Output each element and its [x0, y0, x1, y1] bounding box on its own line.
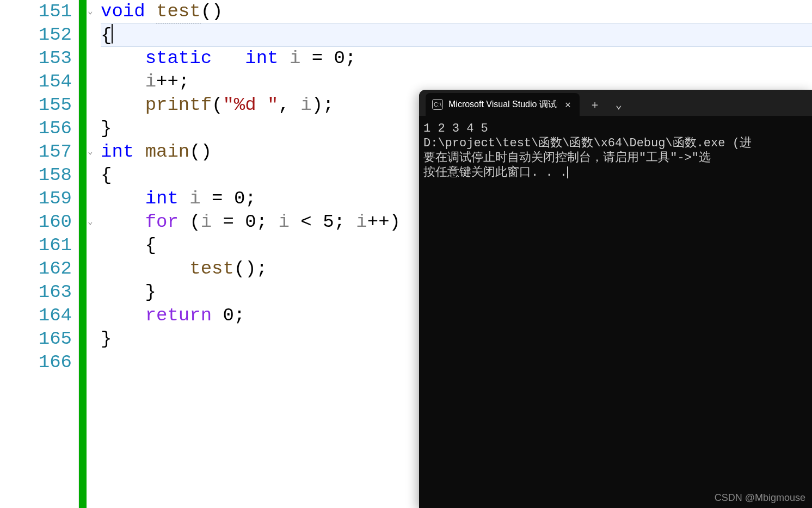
code-token: for [145, 212, 179, 232]
code-token: ; [245, 188, 256, 209]
code-token: int [245, 48, 278, 69]
code-token: ( [212, 95, 223, 115]
code-token: ++) [367, 212, 401, 232]
line-number: 158 [0, 164, 78, 187]
code-token [101, 48, 145, 69]
code-token: (); [234, 258, 267, 279]
code-token: ( [179, 212, 201, 232]
code-token [212, 305, 223, 326]
new-tab-button[interactable]: ＋ [589, 93, 600, 116]
line-number: 156 [0, 117, 78, 140]
code-token: 0 [223, 305, 233, 326]
terminal-tab[interactable]: C:\ Microsoft Visual Studio 调试控 ✕ [426, 93, 580, 116]
fold-chevron-icon[interactable]: ⌄ [88, 140, 93, 164]
terminal-output[interactable]: 1 2 3 4 5 D:\project\test\函数\函数\x64\Debu… [419, 116, 812, 185]
code-token: printf [145, 95, 212, 115]
code-token [134, 141, 145, 162]
code-token [101, 95, 145, 115]
code-token [101, 305, 145, 326]
code-token: static [145, 48, 212, 69]
terminal-icon: C:\ [432, 99, 443, 110]
code-token: () [201, 1, 223, 22]
code-token: } [101, 282, 156, 302]
fold-chevron-icon[interactable]: ⌄ [88, 0, 93, 23]
terminal-titlebar[interactable]: C:\ Microsoft Visual Studio 调试控 ✕ ＋ ⌄ [419, 90, 812, 116]
code-token: } [101, 118, 112, 139]
output-text-4: 按任意键关闭此窗口. . . [423, 166, 567, 179]
close-tab-button[interactable]: ✕ [563, 98, 573, 110]
text-cursor [112, 24, 113, 44]
watermark: CSDN @Mbigmouse [715, 492, 805, 504]
line-number: 161 [0, 234, 78, 257]
code-token: i [189, 188, 200, 209]
code-line[interactable]: void test() [101, 0, 812, 23]
line-number: 152 [0, 23, 78, 47]
fold-chevron-icon[interactable]: ⌄ [88, 210, 93, 234]
code-token: void [101, 1, 145, 22]
code-token: int [101, 141, 134, 162]
code-token: , [278, 95, 300, 115]
tab-dropdown-button[interactable]: ⌄ [616, 93, 622, 116]
code-token: 0 [334, 48, 345, 69]
code-token: ); [312, 95, 334, 115]
line-number: 165 [0, 327, 78, 351]
terminal-tab-title: Microsoft Visual Studio 调试控 [448, 99, 557, 110]
code-token: i [201, 212, 212, 232]
change-marker-bar [79, 0, 87, 508]
code-token: i [290, 48, 300, 69]
code-token: () [189, 141, 212, 162]
code-token: { [101, 25, 112, 46]
code-token: { [101, 235, 156, 256]
code-line[interactable]: { [101, 23, 812, 47]
output-text-3: 要在调试停止时自动关闭控制台，请启用"工具"->"选 [423, 151, 711, 165]
code-token: 0 [234, 188, 245, 209]
code-token: test [189, 258, 234, 279]
code-token [179, 188, 189, 209]
line-number: 153 [0, 47, 78, 70]
line-number-gutter: 1511521531541551561571581591601611621631… [0, 0, 79, 508]
fold-bar: ⌄⌄⌄ [87, 0, 96, 508]
terminal-controls: ＋ ⌄ [589, 93, 622, 116]
code-token [212, 48, 245, 69]
code-token: 5 [323, 212, 334, 232]
line-number: 160 [0, 210, 78, 234]
line-number: 151 [0, 0, 78, 23]
code-token: ; [334, 212, 356, 232]
code-token: ; [345, 48, 356, 69]
code-token: = [300, 48, 334, 69]
code-token: i [279, 212, 290, 232]
code-token: "%d " [223, 95, 278, 115]
code-token: int [145, 188, 179, 209]
line-number: 164 [0, 304, 78, 327]
code-line[interactable]: static int i = 0; [101, 47, 812, 70]
code-token: = [212, 212, 245, 232]
line-number: 154 [0, 70, 78, 94]
code-token: i [145, 71, 156, 92]
code-token: ++; [156, 71, 189, 92]
code-token: ; [256, 212, 279, 232]
terminal-cursor [567, 166, 568, 178]
code-token: i [300, 95, 311, 115]
debug-console-window: C:\ Microsoft Visual Studio 调试控 ✕ ＋ ⌄ 1 … [419, 90, 812, 508]
line-number: 157 [0, 140, 78, 164]
code-token: main [145, 141, 190, 162]
code-token: return [145, 305, 212, 326]
line-number: 159 [0, 187, 78, 210]
code-token: test [156, 1, 201, 24]
code-token [101, 188, 145, 209]
code-token: < [290, 212, 323, 232]
output-text-1: 1 2 3 4 5 [423, 122, 488, 135]
output-text-2: D:\project\test\函数\函数\x64\Debug\函数.exe (… [423, 137, 752, 150]
code-token [145, 1, 156, 22]
line-number: 155 [0, 94, 78, 117]
line-number: 166 [0, 351, 78, 374]
line-number: 163 [0, 281, 78, 304]
code-token: ; [234, 305, 245, 326]
code-token [101, 212, 145, 232]
code-token [101, 71, 145, 92]
line-number: 162 [0, 257, 78, 281]
code-token: = [201, 188, 234, 209]
code-token: i [356, 212, 367, 232]
code-token: { [101, 165, 112, 185]
code-token: } [101, 329, 112, 349]
